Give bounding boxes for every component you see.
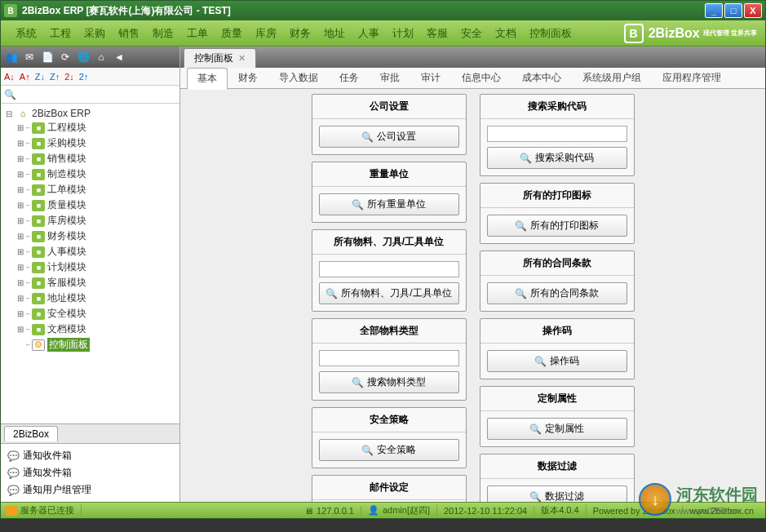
tree-module[interactable]: ⊞···■制造模块 (4, 166, 176, 182)
inbox-item[interactable]: 💬通知收件箱 (7, 447, 173, 464)
tree-module[interactable]: ⊞···■采购模块 (4, 135, 176, 151)
back-icon[interactable]: ◄ (112, 50, 126, 64)
menu-销售[interactable]: 销售 (112, 26, 146, 41)
panel-button[interactable]: 🔍定制属性 (487, 418, 627, 440)
tree-control-panel[interactable]: ···⚙控制面板 (4, 337, 176, 352)
sidebar-search-input[interactable] (20, 89, 176, 100)
menu-质量[interactable]: 质量 (215, 26, 249, 41)
subtab-成本中心[interactable]: 成本中心 (511, 67, 572, 89)
tree-module[interactable]: ⊞···■工单模块 (4, 182, 176, 197)
chat-icon: 💬 (7, 468, 20, 479)
menu-地址[interactable]: 地址 (317, 26, 352, 41)
subtab-导入数据[interactable]: 导入数据 (268, 67, 329, 89)
bottom-tab[interactable]: 2BizBox (4, 426, 58, 441)
panel-button[interactable]: 🔍搜索物料类型 (319, 371, 459, 393)
tree-module[interactable]: ⊞···■销售模块 (4, 151, 176, 166)
globe-icon[interactable]: 🌐 (76, 50, 91, 64)
tree-module[interactable]: ⊞···■计划模块 (4, 259, 176, 275)
sort-za-desc-icon[interactable]: Z↑ (50, 72, 60, 82)
panel-button[interactable]: 🔍公司设置 (319, 126, 459, 148)
sort-az-desc-icon[interactable]: A↑ (20, 72, 30, 82)
refresh-icon[interactable]: ⟳ (58, 50, 73, 64)
panel-input[interactable] (319, 261, 459, 277)
panel-button[interactable]: 🔍搜索采购代码 (487, 147, 627, 169)
sort-za-asc-icon[interactable]: Z↓ (35, 72, 45, 82)
subtab-基本[interactable]: 基本 (187, 68, 228, 90)
minimize-button[interactable]: _ (705, 3, 723, 18)
sort-num-icon[interactable]: 2↓ (64, 72, 74, 82)
sort-filter-icon[interactable]: 2↑ (79, 72, 89, 82)
menubar: 系统工程采购销售制造工单质量库房财务地址人事计划客服安全文档控制面板 B 2Bi… (1, 20, 765, 47)
panel-title: 数据过滤 (480, 454, 634, 479)
document-icon[interactable]: 📄 (40, 50, 55, 64)
mail-icon[interactable]: ✉ (22, 50, 37, 64)
maximize-button[interactable]: □ (724, 3, 742, 18)
panel-title: 所有的合同条款 (480, 251, 634, 276)
tree-module[interactable]: ⊞···■质量模块 (4, 197, 176, 213)
tree-module[interactable]: ⊞···■人事模块 (4, 244, 176, 259)
subtab-信息中心[interactable]: 信息中心 (451, 67, 511, 89)
menu-制造[interactable]: 制造 (146, 26, 180, 41)
sidebar-search: 🔍 (1, 86, 179, 104)
subtab-应用程序管理[interactable]: 应用程序管理 (652, 67, 732, 89)
menu-库房[interactable]: 库房 (249, 26, 283, 41)
panel-button[interactable]: 🔍操作码 (487, 350, 627, 372)
panel-button[interactable]: 🔍所有重量单位 (319, 193, 459, 215)
home-icon[interactable]: ⌂ (94, 50, 108, 64)
panel: 所有物料、刀具/工具单位🔍所有物料、刀具/工具单位 (312, 229, 467, 312)
tree-module[interactable]: ⊞···■地址模块 (4, 290, 176, 306)
status-connection: 服务器已连接 (20, 504, 74, 516)
panel-button[interactable]: 🔍数据过滤 (487, 485, 627, 502)
status-url: www.2bizbox.cn (689, 506, 754, 516)
menu-工单[interactable]: 工单 (180, 26, 215, 41)
tree-module[interactable]: ⊞···■工程模块 (4, 120, 176, 135)
close-tab-icon[interactable]: ✕ (238, 53, 246, 64)
panel-input[interactable] (487, 126, 627, 142)
menu-人事[interactable]: 人事 (352, 26, 386, 41)
menu-客服[interactable]: 客服 (420, 26, 454, 41)
status-version: 版本4.0.4 (541, 504, 578, 516)
tree-module[interactable]: ⊞···■客服模块 (4, 275, 176, 290)
subtab-任务[interactable]: 任务 (329, 67, 370, 89)
status-time: 2012-12-10 11:22:04 (444, 506, 527, 516)
panel-button[interactable]: 🔍安全策略 (319, 439, 459, 461)
main-area: 控制面板 ✕ 基本财务导入数据任务审批审计信息中心成本中心系统级用户组应用程序管… (180, 47, 765, 502)
menu-采购[interactable]: 采购 (77, 26, 112, 41)
subtab-审计[interactable]: 审计 (410, 67, 451, 89)
tree-root[interactable]: ⊟⌂2BizBox ERP (4, 107, 176, 120)
panel: 搜索采购代码🔍搜索采购代码 (480, 94, 635, 176)
subtab-审批[interactable]: 审批 (370, 67, 410, 89)
menu-财务[interactable]: 财务 (283, 26, 317, 41)
tree-module[interactable]: ⊞···■财务模块 (4, 228, 176, 244)
sort-az-asc-icon[interactable]: A↓ (4, 72, 15, 82)
menu-文档[interactable]: 文档 (489, 26, 523, 41)
panel: 操作码🔍操作码 (480, 318, 635, 379)
users-icon[interactable]: 👥 (4, 50, 19, 64)
tree-module[interactable]: ⊞···■库房模块 (4, 213, 176, 228)
menu-控制面板[interactable]: 控制面板 (523, 26, 578, 41)
subtab-系统级用户组[interactable]: 系统级用户组 (572, 67, 652, 89)
menu-计划[interactable]: 计划 (386, 26, 420, 41)
nav-tree: ⊟⌂2BizBox ERP⊞···■工程模块⊞···■采购模块⊞···■销售模块… (1, 104, 179, 423)
menu-工程[interactable]: 工程 (43, 26, 77, 41)
main-tab[interactable]: 控制面板 ✕ (184, 48, 256, 68)
subtab-财务[interactable]: 财务 (228, 67, 268, 89)
main-tabstrip: 控制面板 ✕ (180, 47, 765, 68)
tree-module[interactable]: ⊞···■安全模块 (4, 306, 176, 321)
close-button[interactable]: X (744, 3, 762, 18)
chat-icon: 💬 (7, 450, 20, 462)
menu-系统[interactable]: 系统 (9, 26, 43, 41)
panel-title: 安全策略 (312, 408, 466, 432)
brand-subtext: 现代管理 世界共享 (703, 29, 757, 38)
monitor-icon: 🖥 (304, 506, 313, 516)
panel-button[interactable]: 🔍所有的合同条款 (487, 282, 627, 304)
panel-button[interactable]: 🔍所有物料、刀具/工具单位 (319, 282, 459, 304)
menu-安全[interactable]: 安全 (454, 26, 489, 41)
app-icon: B (4, 4, 17, 17)
search-icon: 🔍 (534, 356, 547, 367)
inbox-item[interactable]: 💬通知发件箱 (7, 464, 173, 481)
panel-button[interactable]: 🔍所有的打印图标 (487, 215, 627, 237)
panel-input[interactable] (319, 350, 459, 366)
inbox-item[interactable]: 💬通知用户组管理 (7, 481, 173, 499)
tree-module[interactable]: ⊞···■文档模块 (4, 321, 176, 337)
